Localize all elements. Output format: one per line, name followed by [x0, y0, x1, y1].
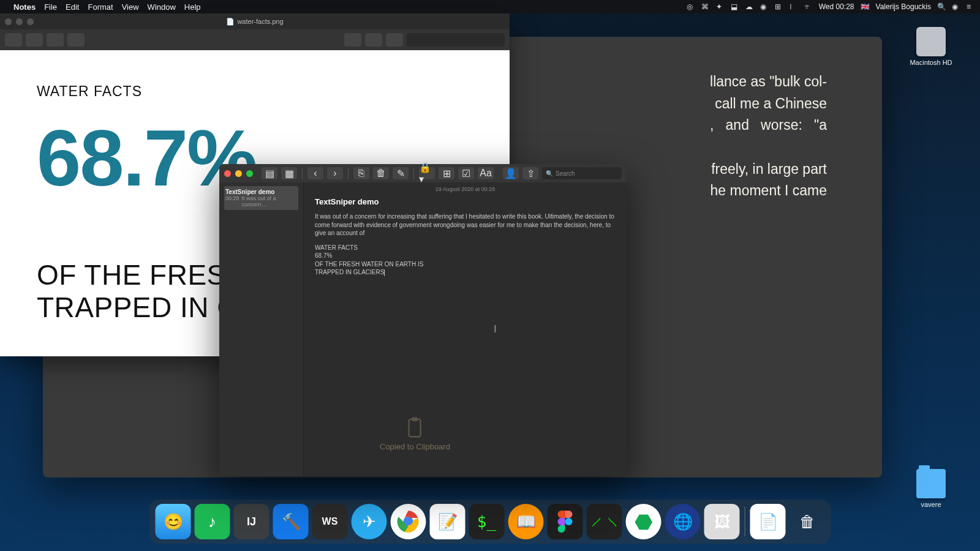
- note-editor[interactable]: 19 August 2020 at 00:28 TextSniper demo …: [304, 182, 627, 476]
- toolbar-divider: [302, 167, 303, 179]
- dock-app-terminal[interactable]: $_: [469, 504, 505, 539]
- menuextra-icon[interactable]: ⊞: [775, 2, 783, 11]
- lock-button[interactable]: 🔒▾: [419, 167, 435, 179]
- dock-app-intellij[interactable]: IJ: [234, 504, 270, 539]
- note-item-time: 00:28: [225, 195, 239, 208]
- new-note-button[interactable]: ✎: [393, 167, 409, 179]
- dock-app-xcode[interactable]: 🔨: [273, 504, 309, 539]
- dock-app-webstorm[interactable]: WS: [312, 504, 348, 539]
- slide-title: WATER FACTS: [37, 83, 473, 100]
- disk-icon: [916, 27, 946, 56]
- menuextra-icon[interactable]: ◎: [687, 2, 695, 11]
- forward-button[interactable]: ›: [327, 167, 343, 179]
- menu-file[interactable]: File: [44, 2, 57, 12]
- notes-toolbar: ▤ ▦ ‹ › ⎘ 🗑 ✎ 🔒▾ ⊞ ☑ Aa 👤 ⇧ 🔍 Search: [219, 164, 627, 182]
- menu-edit[interactable]: Edit: [66, 2, 79, 12]
- spotlight-icon[interactable]: 🔍: [937, 2, 946, 11]
- app-menu[interactable]: Notes: [13, 2, 36, 12]
- menuextra-icon[interactable]: ✦: [716, 2, 725, 11]
- markup-button[interactable]: [386, 33, 403, 47]
- zoom-button[interactable]: [246, 170, 253, 177]
- dock-app-notes[interactable]: 📝: [430, 504, 466, 539]
- dock-app-preview[interactable]: 🖼: [704, 504, 740, 539]
- preview-toolbar: [0, 29, 510, 50]
- notification-center-icon[interactable]: ≡: [967, 2, 975, 11]
- dock-app-chrome[interactable]: [391, 504, 426, 539]
- preview-titlebar[interactable]: 📄 water-facts.png: [0, 13, 510, 29]
- menu-help[interactable]: Help: [184, 2, 201, 12]
- document-icon: 📄: [226, 18, 235, 26]
- note-title: TextSniper demo: [315, 197, 616, 206]
- preview-filename: water-facts.png: [237, 18, 283, 25]
- share-button[interactable]: [67, 33, 85, 47]
- note-paragraph: It was out of a concern for increasing t…: [315, 212, 616, 238]
- checklist-button[interactable]: ☑: [458, 167, 474, 179]
- share-button[interactable]: ⇧: [522, 167, 538, 179]
- delete-button[interactable]: 🗑: [373, 167, 389, 179]
- text-caret: [384, 269, 385, 276]
- dock-app-telegram[interactable]: ✈: [352, 504, 387, 539]
- view-list-button[interactable]: ▤: [262, 167, 277, 179]
- dock-app-books[interactable]: 📖: [508, 504, 544, 539]
- menu-window[interactable]: Window: [148, 2, 176, 12]
- back-button[interactable]: ‹: [307, 167, 323, 179]
- dock-app-spotify[interactable]: ♪: [195, 504, 230, 539]
- toolbar-divider: [413, 167, 414, 179]
- dock-app-figma[interactable]: [548, 504, 583, 539]
- zoom-out-button[interactable]: [26, 33, 43, 47]
- dock-app-activity[interactable]: ⟋⟍: [587, 504, 622, 539]
- dropbox-icon[interactable]: ⬓: [731, 2, 739, 11]
- dock-divider: [745, 507, 745, 536]
- preview-search-field[interactable]: [407, 33, 505, 47]
- zoom-button[interactable]: [27, 18, 34, 25]
- dock-trash[interactable]: 🗑: [790, 504, 825, 539]
- wifi-icon[interactable]: ᯤ: [804, 2, 813, 11]
- minimize-button[interactable]: [235, 170, 242, 177]
- close-button[interactable]: [224, 170, 231, 177]
- note-item-preview: It was out of a concern…: [242, 195, 297, 208]
- close-button[interactable]: [5, 18, 12, 25]
- view-grid-button[interactable]: ▦: [281, 167, 297, 179]
- input-source-flag[interactable]: 🇬🇧: [861, 2, 870, 11]
- menu-bar: Notes File Edit Format View Window Help …: [0, 0, 980, 13]
- attach-button[interactable]: ⎘: [353, 167, 369, 179]
- dock-app-browser[interactable]: 🌐: [665, 504, 701, 539]
- notes-list[interactable]: TextSniper demo 00:28 It was out of a co…: [219, 182, 304, 476]
- notes-search-field[interactable]: 🔍 Search: [542, 167, 622, 179]
- menu-view[interactable]: View: [122, 2, 139, 12]
- siri-icon[interactable]: ◉: [952, 2, 960, 11]
- svg-point-4: [565, 518, 573, 525]
- desktop-icon-folder[interactable]: vavere: [907, 469, 956, 508]
- table-button[interactable]: ⊞: [439, 167, 454, 179]
- menuextra-icon[interactable]: ⁞: [790, 2, 798, 11]
- collaborate-button[interactable]: 👤: [503, 167, 519, 179]
- rotate-button[interactable]: [365, 33, 382, 47]
- note-list-item[interactable]: TextSniper demo 00:28 It was out of a co…: [224, 186, 298, 210]
- menuextra-icon[interactable]: ⌘: [701, 2, 710, 11]
- menubar-user[interactable]: Valerijs Boguckis: [876, 2, 931, 11]
- format-button[interactable]: Aa: [478, 167, 494, 179]
- menuextra-icon[interactable]: ◉: [760, 2, 769, 11]
- sidebar-toggle-button[interactable]: [5, 33, 22, 47]
- desktop-icon-label: Macintosh HD: [907, 59, 956, 66]
- note-item-title: TextSniper demo: [225, 189, 297, 195]
- note-paragraph: WATER FACTS 68.7% OF THE FRESH WATER ON …: [315, 244, 616, 277]
- dock-app-document[interactable]: 📄: [750, 504, 786, 539]
- minimize-button[interactable]: [16, 18, 23, 25]
- dock-app-mongodb[interactable]: ⬣: [626, 504, 662, 539]
- cloud-icon[interactable]: ☁: [745, 2, 754, 11]
- zoom-in-button[interactable]: [47, 33, 64, 47]
- notification-label: Copied to Clipboard: [380, 442, 450, 451]
- highlight-button[interactable]: [344, 33, 361, 47]
- folder-icon: [916, 469, 946, 498]
- menu-format[interactable]: Format: [88, 2, 113, 12]
- svg-rect-0: [409, 419, 421, 437]
- toolbar-divider: [348, 167, 349, 179]
- window-controls: [5, 18, 34, 25]
- dock: 😊 ♪ IJ 🔨 WS ✈ 📝 $_ 📖 ⟋⟍ ⬣ 🌐 🖼 📄 🗑: [149, 500, 831, 544]
- search-icon: 🔍: [546, 170, 553, 177]
- menubar-clock[interactable]: Wed 00:28: [819, 2, 854, 11]
- desktop-icon-hd[interactable]: Macintosh HD: [907, 27, 956, 66]
- clipboard-notification: Copied to Clipboard: [380, 416, 450, 451]
- dock-app-finder[interactable]: 😊: [156, 504, 191, 539]
